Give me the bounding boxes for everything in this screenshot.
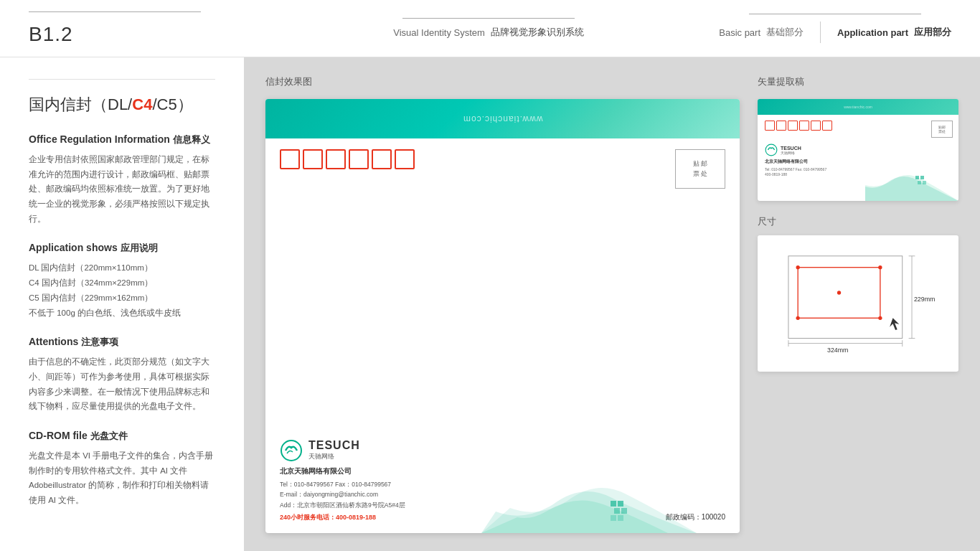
- postal-box-4: [349, 149, 369, 169]
- vector-full-name: 北京天驰网络有限公司: [765, 159, 951, 165]
- dims-section: 尺寸: [758, 215, 958, 372]
- stamp-area: 贴 邮 票 处: [675, 149, 725, 189]
- section3-body: 由于信息的不确定性，此页部分规范（如文字大小、间距等）可作为参考使用，具体可根据…: [29, 354, 215, 414]
- section2-heading: Application shows 应用说明: [29, 242, 215, 255]
- header-right-items: Basic part 基础部分 Application part 应用部分: [719, 22, 951, 43]
- section2-cn: 应用说明: [121, 242, 158, 253]
- section1-cn: 信息释义: [173, 134, 210, 145]
- content-area: 信封效果图 www.tianchic.com: [244, 57, 980, 551]
- vector-logo-area: TESUCH 天驰网络: [765, 143, 951, 156]
- title-highlight: C4: [132, 95, 152, 113]
- svg-rect-5: [611, 515, 616, 521]
- svg-rect-3: [614, 508, 620, 514]
- sidebar: 国内信封（DL/C4/C5） Office Regulation Informa…: [0, 57, 244, 551]
- vector-website: www.tianchic.com: [844, 105, 872, 109]
- envelope-website: www.tianchic.com: [463, 114, 542, 124]
- svg-point-15: [878, 265, 882, 269]
- svg-point-7: [765, 144, 777, 156]
- basic-part-en: Basic part: [719, 27, 760, 38]
- section3-cn: 注意事项: [81, 336, 118, 347]
- envelope-top-bar: www.tianchic.com: [265, 99, 740, 138]
- vector-top-bar: www.tianchic.com: [758, 99, 958, 115]
- page-code: B1.2: [29, 23, 73, 45]
- vector-company-info: TESUCH 天驰网络: [781, 146, 801, 155]
- envelope-wave-decoration: [481, 468, 697, 533]
- envelope-label: 信封效果图: [265, 75, 740, 88]
- postal-box-6: [395, 149, 415, 169]
- header-nav-line: [402, 18, 575, 19]
- stamp-text-2: 票 处: [693, 169, 708, 179]
- v-postal-1: [765, 121, 775, 131]
- section-attentions: Attentions 注意事项 由于信息的不确定性，此页部分规范（如文字大小、间…: [29, 336, 215, 414]
- header-right: Basic part 基础部分 Application part 应用部分: [719, 14, 951, 43]
- envelope-section: 信封效果图 www.tianchic.com: [265, 75, 740, 533]
- vector-stamp: 贴邮票处: [931, 121, 953, 138]
- section3-en: Attentions: [29, 336, 78, 347]
- envelope-body: 贴 邮 票 处: [265, 138, 740, 432]
- company-name-area: TESUCH 天驰网络: [308, 439, 360, 461]
- header-top-line: [29, 11, 201, 12]
- nav-en: Visual Identity System: [393, 27, 485, 38]
- app-part-en: Application part: [837, 27, 908, 38]
- section4-en: CD-ROM file: [29, 430, 88, 441]
- header-nav-group: Visual Identity System 品牌视觉形象识别系统: [393, 18, 584, 39]
- title-after: /C5）: [152, 95, 192, 113]
- sidebar-title: 国内信封（DL/C4/C5）: [29, 94, 215, 116]
- stamp-text-1: 贴 邮: [693, 159, 708, 169]
- section2-body: DL 国内信封（220mm×110mm） C4 国内信封（324mm×229mm…: [29, 260, 215, 320]
- vector-wave: [865, 165, 958, 201]
- svg-rect-4: [621, 508, 627, 514]
- envelope-bottom: TESUCH 天驰网络 北京天驰网络有限公司 Tel：010-84799567 …: [265, 432, 740, 533]
- postal-box-3: [326, 149, 346, 169]
- main-content: 国内信封（DL/C4/C5） Office Regulation Informa…: [0, 57, 980, 551]
- company-name-en: TESUCH: [308, 439, 360, 452]
- section3-heading: Attentions 注意事项: [29, 336, 215, 349]
- header-left: B1.2: [29, 11, 258, 46]
- svg-rect-11: [923, 181, 926, 184]
- svg-point-18: [837, 291, 841, 294]
- vector-postal-boxes: [765, 121, 951, 131]
- svg-rect-10: [918, 181, 921, 184]
- company-logo-icon: [280, 439, 303, 462]
- svg-rect-8: [915, 176, 919, 179]
- section4-cn: 光盘文件: [90, 430, 128, 441]
- section4-body: 光盘文件是本 VI 手册电子文件的集合，内含手册制作时的专用软件格式文件。其中 …: [29, 448, 215, 508]
- app-part-cn: 应用部分: [914, 26, 951, 39]
- envelope-preview: www.tianchic.com 贴 邮: [265, 99, 740, 533]
- section-regulation: Office Regulation Information 信息释义 企业专用信…: [29, 133, 215, 226]
- svg-text:229mm: 229mm: [914, 296, 935, 303]
- section1-en: Office Regulation Information: [29, 133, 170, 145]
- v-postal-2: [776, 121, 786, 131]
- svg-rect-1: [611, 501, 616, 507]
- vector-image: www.tianchic.com 贴邮票处: [758, 99, 958, 201]
- section1-heading: Office Regulation Information 信息释义: [29, 133, 215, 146]
- header: B1.2 Visual Identity System 品牌视觉形象识别系统 B…: [0, 0, 980, 57]
- section-cdrom: CD-ROM file 光盘文件 光盘文件是本 VI 手册电子文件的集合，内含手…: [29, 430, 215, 508]
- section4-heading: CD-ROM file 光盘文件: [29, 430, 215, 443]
- vector-body: 贴邮票处 TESUCH 天驰网络 北京天驰网络有限公司: [758, 115, 958, 201]
- section1-body: 企业专用信封依照国家邮政管理部门规定，在标准允许的范围内进行设计，邮政编码框、贴…: [29, 152, 215, 226]
- svg-point-14: [796, 265, 800, 269]
- svg-rect-2: [618, 501, 623, 507]
- basic-part-cn: 基础部分: [766, 26, 804, 39]
- dims-label: 尺寸: [758, 215, 958, 228]
- company-name-cn: 天驰网络: [308, 452, 360, 461]
- section2-en: Application shows: [29, 242, 118, 253]
- svg-text:324mm: 324mm: [827, 347, 848, 354]
- vector-company-cn: 天驰网络: [781, 151, 801, 155]
- header-right-nav: Basic part 基础部分 Application part 应用部分: [719, 14, 951, 43]
- svg-rect-6: [618, 515, 623, 521]
- dims-diagram: 324mm 229mm: [758, 235, 958, 372]
- postal-box-1: [280, 149, 300, 169]
- sidebar-divider: [29, 79, 215, 80]
- postal-box-5: [372, 149, 392, 169]
- dims-svg: 324mm 229mm: [772, 250, 944, 357]
- svg-point-17: [796, 316, 800, 320]
- nav-divider: [820, 22, 821, 43]
- header-center: Visual Identity System 品牌视觉形象识别系统: [258, 18, 719, 39]
- right-panel: 矢量提取稿 www.tianchic.com: [758, 75, 958, 533]
- svg-rect-9: [920, 176, 924, 179]
- header-right-line: [749, 14, 921, 14]
- vector-company-name-en: TESUCH: [781, 146, 801, 151]
- v-postal-3: [788, 121, 798, 131]
